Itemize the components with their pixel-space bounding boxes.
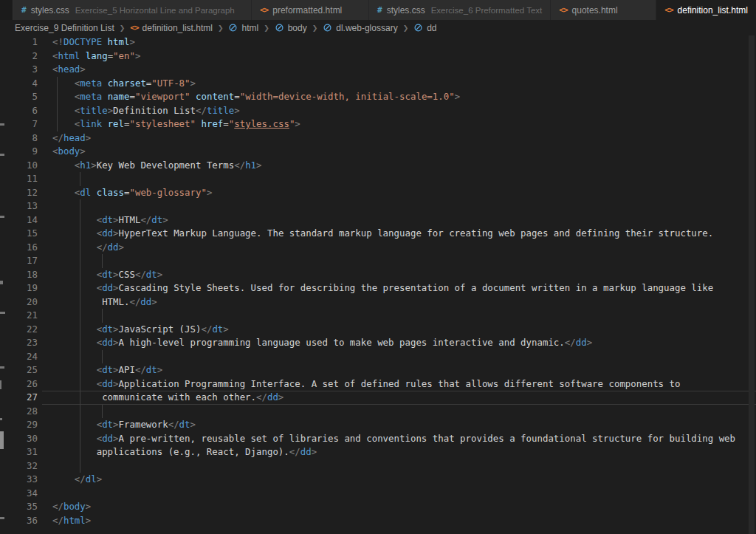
line-number[interactable]: 18 [0, 268, 38, 282]
code-line-2[interactable]: 2<html lang="en"> [0, 49, 756, 64]
code-line-1[interactable]: 1<!DOCTYPE html> [0, 35, 756, 49]
tab-definition_list-html[interactable]: <>definition_list.html [656, 0, 756, 20]
breadcrumb-item-definition_list-html[interactable]: <>definition_list.html [130, 23, 213, 33]
line-number[interactable]: 7 [0, 117, 38, 131]
editor-scrollbar[interactable] [749, 35, 755, 534]
breadcrumb-item-body[interactable]: body [275, 23, 307, 33]
line-number[interactable]: 12 [0, 186, 38, 200]
code-line-18[interactable]: 18 <dt>CSS</dt> [0, 268, 756, 282]
line-number[interactable]: 6 [0, 104, 38, 118]
line-number[interactable]: 1 [0, 35, 38, 49]
html-file-icon: <> [559, 5, 567, 15]
line-number[interactable]: 20 [0, 295, 38, 309]
code-line-31[interactable]: 31 applications (e.g., React, Django).</… [0, 445, 756, 459]
line-number[interactable]: 19 [0, 281, 38, 295]
code-text: <head> [38, 63, 86, 77]
code-line-12[interactable]: 12 <dl class="web-glossary"> [0, 186, 756, 200]
line-number[interactable]: 28 [0, 405, 38, 419]
line-number[interactable]: 14 [0, 213, 38, 227]
code-text: <dl class="web-glossary"> [38, 186, 212, 200]
tab-styles-css[interactable]: #styles.cssExercise_5 Horizontal Line an… [13, 0, 251, 20]
code-line-35[interactable]: 35</body> [0, 500, 756, 514]
tab-description: Exercise_6 Preformatted Text [431, 6, 543, 15]
code-text: <title>Definition List</title> [38, 104, 240, 118]
code-line-26[interactable]: 26 <dd>Application Programming Interface… [0, 377, 756, 391]
line-number[interactable]: 9 [0, 145, 38, 159]
breadcrumb-item-dd[interactable]: dd [413, 23, 436, 33]
code-line-19[interactable]: 19 <dd>Cascading Style Sheets. Used for … [0, 281, 756, 295]
line-number[interactable]: 13 [0, 199, 38, 213]
code-line-20[interactable]: 20 HTML.</dd> [0, 295, 756, 309]
code-line-6[interactable]: 6 <title>Definition List</title> [0, 104, 756, 118]
code-line-25[interactable]: 25 <dt>API</dt> [0, 363, 756, 377]
code-line-17[interactable]: 17 [0, 254, 756, 268]
code-line-9[interactable]: 9<body> [0, 145, 756, 159]
line-number[interactable]: 5 [0, 90, 38, 104]
line-number[interactable]: 35 [0, 500, 38, 514]
code-line-36[interactable]: 36</html> [0, 514, 756, 528]
line-number[interactable]: 32 [0, 459, 38, 473]
code-line-27[interactable]: 27 communicate with each other.</dd> [0, 391, 756, 405]
code-text [38, 254, 52, 268]
line-number[interactable]: 26 [0, 377, 38, 391]
code-text: <body> [38, 145, 86, 159]
code-text: <meta name="viewport" content="width=dev… [38, 90, 460, 104]
code-line-11[interactable]: 11 [0, 172, 756, 186]
breadcrumb-item-exercise_9-definition-list[interactable]: Exercise_9 Definition List [15, 23, 114, 33]
code-text: <h1>Key Web Development Terms</h1> [38, 159, 262, 173]
tab-preformatted-html[interactable]: <>preformatted.html [252, 0, 368, 20]
code-line-24[interactable]: 24 [0, 350, 756, 364]
html-file-icon: <> [130, 23, 138, 32]
breadcrumb-item-dl-web-glossary[interactable]: dl.web-glossary [323, 23, 397, 33]
code-line-30[interactable]: 30 <dd>A pre-written, reusable set of li… [0, 432, 756, 446]
line-number[interactable]: 16 [0, 241, 38, 255]
css-file-icon: # [377, 5, 382, 15]
line-number[interactable]: 21 [0, 309, 38, 323]
code-line-23[interactable]: 23 <dd>A high-level programming language… [0, 336, 756, 350]
symbol-icon [413, 23, 423, 32]
line-number[interactable]: 17 [0, 254, 38, 268]
line-number[interactable]: 4 [0, 77, 38, 91]
code-line-8[interactable]: 8</head> [0, 131, 756, 146]
line-number[interactable]: 29 [0, 418, 38, 432]
line-number[interactable]: 2 [0, 49, 38, 64]
line-number[interactable]: 3 [0, 63, 38, 77]
code-text: </body> [38, 500, 91, 514]
line-number[interactable]: 27 [0, 391, 38, 405]
line-number[interactable]: 31 [0, 445, 38, 459]
code-line-21[interactable]: 21 [0, 309, 756, 323]
code-line-33[interactable]: 33 </dl> [0, 473, 756, 487]
code-line-3[interactable]: 3<head> [0, 63, 756, 77]
line-number[interactable]: 22 [0, 323, 38, 337]
line-number[interactable]: 36 [0, 514, 38, 528]
code-line-32[interactable]: 32 [0, 459, 756, 473]
code-line-5[interactable]: 5 <meta name="viewport" content="width=d… [0, 90, 756, 104]
code-line-22[interactable]: 22 <dt>JavaScript (JS)</dt> [0, 323, 756, 337]
code-line-14[interactable]: 14 <dt>HTML</dt> [0, 213, 756, 227]
code-line-4[interactable]: 4 <meta charset="UTF-8"> [0, 77, 756, 91]
line-number[interactable]: 30 [0, 432, 38, 446]
code-line-16[interactable]: 16 </dd> [0, 241, 756, 255]
code-line-10[interactable]: 10 <h1>Key Web Development Terms</h1> [0, 159, 756, 173]
code-line-34[interactable]: 34 [0, 487, 756, 501]
code-line-13[interactable]: 13 [0, 199, 756, 213]
code-line-15[interactable]: 15 <dd>HyperText Markup Language. The st… [0, 227, 756, 241]
line-number[interactable]: 8 [0, 131, 38, 146]
code-line-28[interactable]: 28 [0, 405, 756, 419]
chevron-right-icon: ❯ [218, 24, 224, 32]
line-number[interactable]: 23 [0, 336, 38, 350]
code-line-29[interactable]: 29 <dt>Framework</dt> [0, 418, 756, 432]
breadcrumb-item-html[interactable]: html [228, 23, 258, 33]
code-text: <link rel="stylesheet" href="styles.css"… [38, 117, 300, 131]
tab-label: preformatted.html [272, 5, 342, 16]
line-number[interactable]: 33 [0, 473, 38, 487]
tab-styles-css[interactable]: #styles.cssExercise_6 Preformatted Text [369, 0, 550, 20]
line-number[interactable]: 24 [0, 350, 38, 364]
line-number[interactable]: 15 [0, 227, 38, 241]
line-number[interactable]: 25 [0, 363, 38, 377]
line-number[interactable]: 11 [0, 172, 38, 186]
code-line-7[interactable]: 7 <link rel="stylesheet" href="styles.cs… [0, 117, 756, 131]
line-number[interactable]: 34 [0, 487, 38, 501]
tab-quotes-html[interactable]: <>quotes.html [551, 0, 656, 20]
line-number[interactable]: 10 [0, 159, 38, 173]
